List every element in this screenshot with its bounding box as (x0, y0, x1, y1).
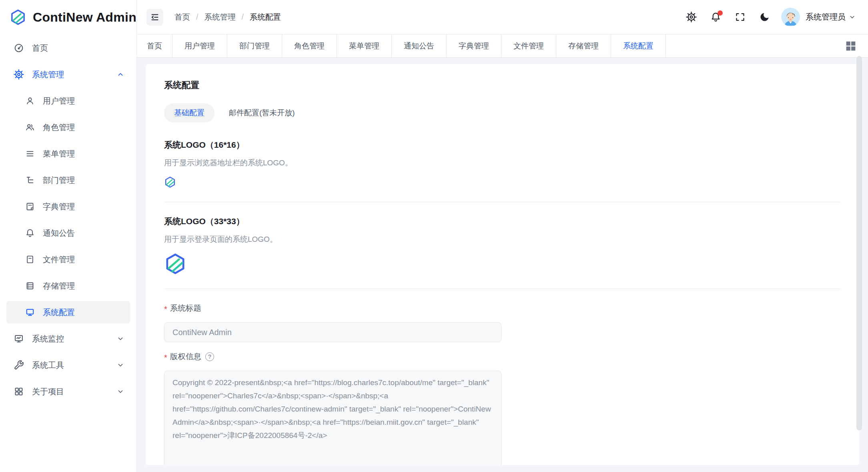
breadcrumb-separator: / (196, 12, 198, 22)
sidebar-item-12[interactable]: 系统工具 (6, 354, 130, 376)
sidebar-item-label: 字典管理 (43, 201, 124, 212)
moon-icon (759, 12, 770, 22)
breadcrumb-separator: / (241, 12, 243, 22)
grid-icon (844, 39, 858, 53)
sidebar-item-label: 系统配置 (43, 307, 124, 318)
fullscreen-button[interactable] (733, 10, 747, 24)
section-description: 用于显示登录页面的系统LOGO。 (164, 234, 841, 245)
system-config-card: 系统配置 基础配置 邮件配置(暂未开放) 系统LOGO（16*16） 用于显示浏… (146, 64, 859, 465)
sidebar-item-8[interactable]: 文件管理 (6, 248, 130, 271)
field-label-row: * 系统标题 (164, 303, 841, 313)
section-description: 用于显示浏览器地址栏的系统LOGO。 (164, 158, 841, 168)
theme-toggle-button[interactable] (757, 10, 772, 24)
copyright-textarea[interactable]: Copyright © 2022-present&nbsp;<a href="h… (164, 371, 501, 465)
config-tabs: 基础配置 邮件配置(暂未开放) (164, 103, 841, 123)
tabbar-tab-1[interactable]: 用户管理 (172, 34, 227, 57)
sidebar-item-10[interactable]: 系统配置 (6, 301, 130, 323)
menu-fold-icon (150, 12, 160, 22)
sidebar-item-label: 通知公告 (43, 228, 124, 239)
settings-button[interactable] (684, 10, 698, 24)
menu-lines-icon (25, 149, 35, 159)
sidebar-item-3[interactable]: 角色管理 (6, 116, 130, 139)
tabbar-tab-9[interactable]: 系统配置 (611, 34, 666, 57)
sidebar-item-1[interactable]: 系统管理 (6, 63, 130, 86)
users-icon (25, 123, 35, 132)
bell-icon (25, 228, 35, 238)
sidebar-item-6[interactable]: 字典管理 (6, 195, 130, 218)
tabbar-tab-8[interactable]: 存储管理 (556, 34, 611, 57)
sidebar-item-0[interactable]: 首页 (6, 37, 130, 59)
tree-icon (25, 175, 35, 185)
avatar (781, 8, 800, 26)
chevron-down-icon (848, 13, 856, 21)
tabbar-tab-6[interactable]: 字典管理 (447, 34, 501, 57)
logo-small-section: 系统LOGO（16*16） 用于显示浏览器地址栏的系统LOGO。 (164, 139, 841, 200)
section-title: 系统LOGO（33*33） (164, 216, 841, 227)
topbar-actions: 系统管理员 (674, 8, 856, 26)
storage-icon (25, 281, 35, 291)
fullscreen-icon (735, 12, 746, 22)
sidebar: ContiNew Admin 首页系统管理用户管理角色管理菜单管理部门管理字典管… (0, 0, 137, 472)
tabbar-tab-4[interactable]: 菜单管理 (337, 34, 392, 57)
help-icon[interactable]: ? (205, 352, 214, 361)
dict-icon (25, 202, 35, 211)
open-tabs: 首页用户管理部门管理角色管理菜单管理通知公告字典管理文件管理存储管理系统配置 (137, 34, 666, 57)
breadcrumb-item-2[interactable]: 系统配置 (250, 12, 281, 22)
tabbar-tab-2[interactable]: 部门管理 (227, 34, 282, 57)
sidebar-item-7[interactable]: 通知公告 (6, 222, 130, 244)
tabbar-tab-3[interactable]: 角色管理 (282, 34, 337, 57)
tabbar-tab-0[interactable]: 首页 (137, 34, 172, 57)
tab-mail-config[interactable]: 邮件配置(暂未开放) (229, 103, 295, 123)
sidebar-item-9[interactable]: 存储管理 (6, 275, 130, 297)
gear-icon (14, 69, 24, 80)
monitor-chart-icon (14, 333, 24, 344)
tabbar-tab-5[interactable]: 通知公告 (392, 34, 447, 57)
wrench-icon (14, 360, 24, 370)
tabbar: 首页用户管理部门管理角色管理菜单管理通知公告字典管理文件管理存储管理系统配置 (137, 34, 868, 58)
sidebar-collapse-button[interactable] (146, 9, 163, 26)
tab-basic-config[interactable]: 基础配置 (164, 103, 214, 123)
sidebar-item-label: 系统监控 (32, 333, 116, 344)
tab-actions-button[interactable] (844, 34, 858, 57)
user-icon (25, 96, 35, 106)
scrollbar-thumb[interactable] (856, 56, 862, 430)
user-menu[interactable]: 系统管理员 (781, 8, 856, 26)
logo-large-section: 系统LOGO（33*33） 用于显示登录页面的系统LOGO。 (164, 216, 841, 287)
sidebar-item-label: 用户管理 (43, 96, 124, 106)
required-mark: * (164, 353, 167, 362)
sidebar-item-label: 存储管理 (43, 281, 124, 291)
dashboard-icon (14, 43, 24, 53)
sidebar-item-13[interactable]: 关于项目 (6, 380, 130, 403)
sidebar-item-11[interactable]: 系统监控 (6, 327, 130, 350)
app-window: ContiNew Admin 首页系统管理用户管理角色管理菜单管理部门管理字典管… (0, 0, 868, 472)
notification-badge (718, 10, 723, 16)
breadcrumb-item-0[interactable]: 首页 (174, 12, 190, 22)
app-logo-icon (10, 8, 26, 27)
sidebar-menu: 首页系统管理用户管理角色管理菜单管理部门管理字典管理通知公告文件管理存储管理系统… (0, 34, 136, 403)
file-icon (25, 255, 35, 264)
login-logo-image[interactable] (164, 253, 186, 275)
grid-icon (14, 386, 24, 397)
system-title-field: * 系统标题 (164, 303, 841, 351)
sidebar-item-label: 关于项目 (32, 386, 116, 397)
tabbar-tab-7[interactable]: 文件管理 (501, 34, 556, 57)
sidebar-item-2[interactable]: 用户管理 (6, 90, 130, 112)
sidebar-item-label: 文件管理 (43, 254, 124, 265)
sidebar-item-4[interactable]: 菜单管理 (6, 143, 130, 165)
gear-icon (686, 12, 697, 22)
divider (164, 202, 841, 202)
favicon-logo-image[interactable] (164, 176, 176, 188)
chevron-down-icon (116, 388, 124, 396)
app-logo-row[interactable]: ContiNew Admin (0, 0, 136, 34)
section-title: 系统LOGO（16*16） (164, 139, 841, 151)
breadcrumb-item-1[interactable]: 系统管理 (204, 12, 235, 22)
chevron-down-icon (116, 361, 124, 369)
sidebar-item-label: 菜单管理 (43, 149, 124, 159)
username: 系统管理员 (806, 12, 846, 22)
system-title-input[interactable] (164, 322, 501, 342)
sidebar-item-label: 系统工具 (32, 360, 116, 371)
sidebar-item-5[interactable]: 部门管理 (6, 169, 130, 191)
notifications-button[interactable] (708, 10, 723, 24)
field-label-row: * 版权信息 ? (164, 351, 841, 362)
page-title: 系统配置 (164, 79, 841, 91)
